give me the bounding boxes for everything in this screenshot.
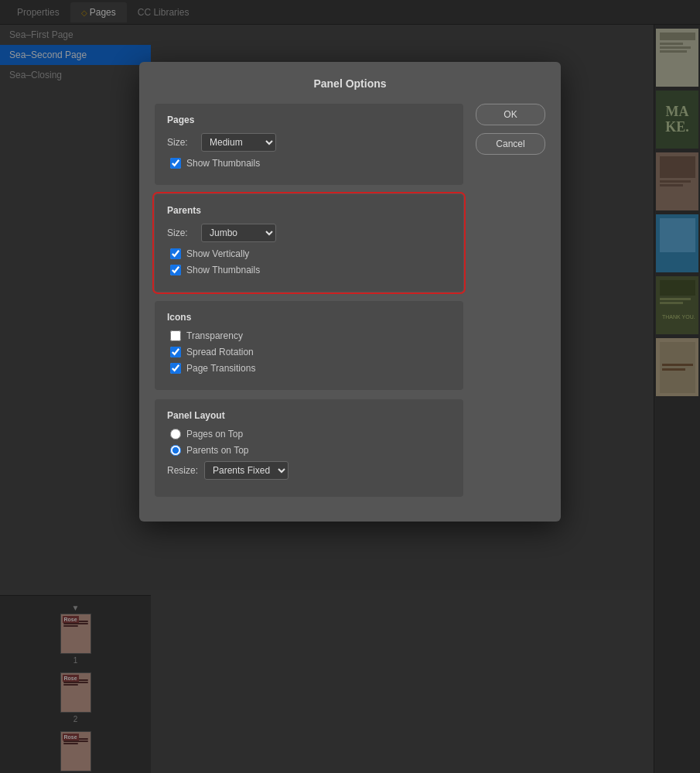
resize-label: Resize: [167,465,198,476]
pages-show-thumbnails-checkbox[interactable] [170,158,181,169]
page-transitions-label: Page Transitions [186,363,255,374]
parents-show-vertically-checkbox[interactable] [170,248,181,259]
transparency-checkbox[interactable] [170,330,181,341]
parents-on-top-label: Parents on Top [186,445,249,456]
parents-section-title: Parents [167,205,451,216]
pages-size-select[interactable]: Medium Small Large Extra Large [201,133,276,152]
parents-section: Parents Size: Jumbo Small Medium Large E… [155,194,463,292]
dialog-buttons: OK Cancel [476,104,545,506]
resize-select[interactable]: Parents Fixed Pages Fixed Proportional [204,461,289,480]
pages-size-row: Size: Medium Small Large Extra Large [167,133,451,152]
spread-rotation-checkbox[interactable] [170,347,181,357]
parents-size-row: Size: Jumbo Small Medium Large Extra Lar… [167,224,451,242]
parents-on-top-row: Parents on Top [167,445,451,456]
panel-layout-section: Panel Layout Pages on Top Parents on Top… [155,399,463,497]
ok-button[interactable]: OK [476,104,545,125]
dialog-title: Panel Options [155,77,545,90]
panel-layout-title: Panel Layout [167,410,451,421]
parents-show-thumbnails-label: Show Thumbnails [186,265,260,275]
page-transitions-row: Page Transitions [167,363,451,374]
icons-section: Icons Transparency Spread Rotation Page … [155,301,463,390]
parents-show-thumbnails-row: Show Thumbnails [167,265,451,275]
parents-on-top-radio[interactable] [170,445,181,456]
parents-show-vertically-row: Show Vertically [167,248,451,259]
modal-overlay: Panel Options Pages Size: Medium Small L… [0,0,700,773]
page-transitions-checkbox[interactable] [170,363,181,374]
pages-show-thumbnails-row: Show Thumbnails [167,158,451,169]
pages-on-top-radio[interactable] [170,429,181,440]
panel-options-dialog: Panel Options Pages Size: Medium Small L… [139,62,561,522]
pages-on-top-row: Pages on Top [167,429,451,440]
cancel-button[interactable]: Cancel [476,133,545,155]
icons-section-title: Icons [167,312,451,323]
parents-size-label: Size: [167,227,195,238]
pages-show-thumbnails-label: Show Thumbnails [186,158,260,169]
pages-section-title: Pages [167,115,451,125]
dialog-body: Pages Size: Medium Small Large Extra Lar… [155,104,545,506]
spread-rotation-label: Spread Rotation [186,347,254,357]
spread-rotation-row: Spread Rotation [167,347,451,357]
transparency-row: Transparency [167,330,451,341]
parents-show-thumbnails-checkbox[interactable] [170,265,181,275]
pages-size-label: Size: [167,137,195,148]
pages-section: Pages Size: Medium Small Large Extra Lar… [155,104,463,185]
transparency-label: Transparency [186,330,243,341]
parents-size-select[interactable]: Jumbo Small Medium Large Extra Large [201,224,276,242]
pages-on-top-label: Pages on Top [186,429,243,440]
resize-row: Resize: Parents Fixed Pages Fixed Propor… [167,461,451,480]
dialog-left: Pages Size: Medium Small Large Extra Lar… [155,104,463,506]
parents-show-vertically-label: Show Vertically [186,248,249,259]
